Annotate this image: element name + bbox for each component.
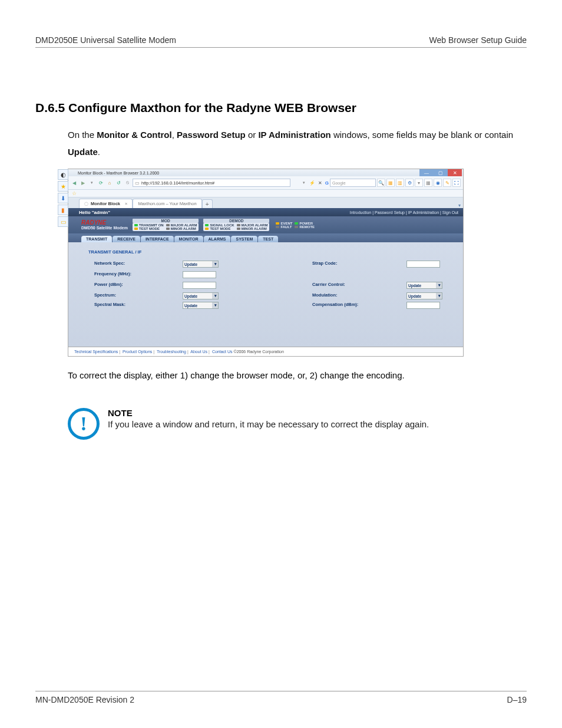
favorites-bar: ☆ [68, 190, 463, 197]
status-band: RADYNE DMD50 Satellite Modem MOD TRANSMI… [68, 216, 463, 233]
greeting-bar: Hello "admin" Introduction | Password Se… [68, 208, 463, 216]
nav-tab-alarms[interactable]: ALARMS [204, 236, 231, 242]
greeting-text: Hello "admin" [79, 210, 110, 215]
google-logo-icon: G [325, 180, 329, 186]
download-icon[interactable]: ⬇ [58, 193, 68, 203]
strap-code-input[interactable] [406, 261, 440, 268]
note-icon: ! [68, 408, 100, 440]
bolt-icon[interactable]: ⚡ [309, 179, 316, 186]
refresh-icon[interactable]: ⟳ [97, 179, 104, 186]
rss-icon[interactable]: ▮ [58, 205, 68, 215]
compensation-input[interactable] [406, 302, 440, 309]
brand-logo: RADYNE [81, 220, 128, 226]
minimize-button[interactable]: — [419, 169, 434, 176]
footer-right: D–19 [507, 695, 527, 704]
header-right: Web Browser Setup Guide [429, 35, 527, 45]
header-left: DMD2050E Universal Satellite Modem [35, 35, 176, 45]
stop-icon[interactable]: ⦸ [124, 179, 131, 186]
new-tab-button[interactable]: + [202, 199, 213, 208]
search-button[interactable]: 🔍 [377, 179, 385, 187]
intro-paragraph: On the Monitor & Control, Password Setup… [68, 127, 527, 160]
star-icon[interactable]: ★ [58, 181, 68, 192]
nav-tab-receive[interactable]: RECEIVE [113, 236, 140, 242]
globe-icon[interactable]: ◐ [58, 169, 68, 180]
app-nav-tabs: TRANSMIT RECEIVE INTERFACE MONITOR ALARM… [68, 233, 463, 242]
model-name: DMD50 Satellite Modem [81, 226, 128, 230]
back-icon[interactable]: ◀ [71, 179, 78, 186]
power-input[interactable] [183, 282, 216, 289]
close-button[interactable]: ✕ [448, 169, 462, 176]
nav-tab-transmit[interactable]: TRANSMIT [81, 236, 112, 242]
spectrum-select[interactable]: Update▾ [183, 292, 219, 299]
window-titlebar: Monitor Block - Maxthon Browser 3.2.1.20… [68, 169, 463, 176]
frequency-input[interactable] [183, 271, 216, 278]
address-bar: ◀ ▶ ▾ ⟳ ⌂ ↺ ⦸ ▭ http://192.168.0.104/imt… [68, 176, 463, 190]
vertical-toolbar: ◐ ★ ⬇ ▮ ▭ [58, 169, 68, 227]
footer-left: MN-DMD2050E Revision 2 [35, 695, 134, 704]
tab-strip: ◌ Monitor Block × Maxthon.com – Your Max… [68, 197, 463, 208]
carrier-control-select[interactable]: Update▾ [406, 282, 442, 289]
after-paragraph: To correct the display, either 1) change… [68, 367, 527, 384]
network-spec-select[interactable]: Update▾ [183, 261, 219, 268]
home-icon[interactable]: ⌂ [106, 179, 113, 186]
spectral-mask-select[interactable]: Update▾ [183, 302, 219, 309]
nav-tab-system[interactable]: SYSTEM [231, 236, 257, 242]
section-heading: D.6.5 Configure Maxthon for the Radyne W… [35, 101, 527, 115]
note-block: ! NOTE If you leave a window and return,… [68, 408, 527, 440]
app-footer: Technical Specifications| Product Option… [68, 347, 463, 356]
note-body: If you leave a window and return, it may… [108, 419, 429, 429]
section-number: D.6.5 [35, 101, 65, 114]
nav-tab-test[interactable]: TEST [258, 236, 278, 242]
top-links[interactable]: Introduction | Password Setup | IP Admin… [350, 210, 458, 215]
window-icon[interactable]: ▭ [58, 216, 68, 227]
panel-breadcrumb: TRANSMIT GENERAL / IF [88, 247, 451, 261]
window-title: Monitor Block - Maxthon Browser 3.2.1.20… [70, 171, 159, 175]
browser-screenshot: ◐ ★ ⬇ ▮ ▭ Monitor Block - Maxthon Browse… [68, 169, 464, 357]
url-input[interactable]: ▭ http://192.168.0.104/imt/monitor.htm# [133, 179, 290, 187]
tab-overflow-icon[interactable]: ▾ [456, 203, 463, 208]
close-tab-icon[interactable]: × [125, 201, 127, 206]
modulation-select[interactable]: Update▾ [406, 292, 442, 299]
search-input[interactable]: Google [330, 179, 376, 187]
form-panel: TRANSMIT GENERAL / IF Network Spec: Upda… [68, 242, 463, 347]
section-title-text: Configure Maxthon for the Radyne WEB Bro… [68, 101, 356, 114]
nav-tab-monitor[interactable]: MONITOR [174, 236, 203, 242]
history-icon[interactable]: ↺ [115, 179, 122, 186]
favorite-star-icon[interactable]: ☆ [72, 190, 77, 196]
note-title: NOTE [108, 408, 429, 418]
page-header: DMD2050E Universal Satellite Modem Web B… [35, 35, 527, 48]
nav-tab-interface[interactable]: INTERFACE [141, 236, 174, 242]
maximize-button[interactable]: ▢ [434, 169, 448, 176]
tab-monitor-block[interactable]: ◌ Monitor Block × [79, 199, 133, 208]
tab-maxthon[interactable]: Maxthon.com – Your Maxthon [133, 199, 201, 208]
page-footer: MN-DMD2050E Revision 2 D–19 [35, 691, 527, 704]
forward-icon[interactable]: ▶ [80, 179, 87, 186]
